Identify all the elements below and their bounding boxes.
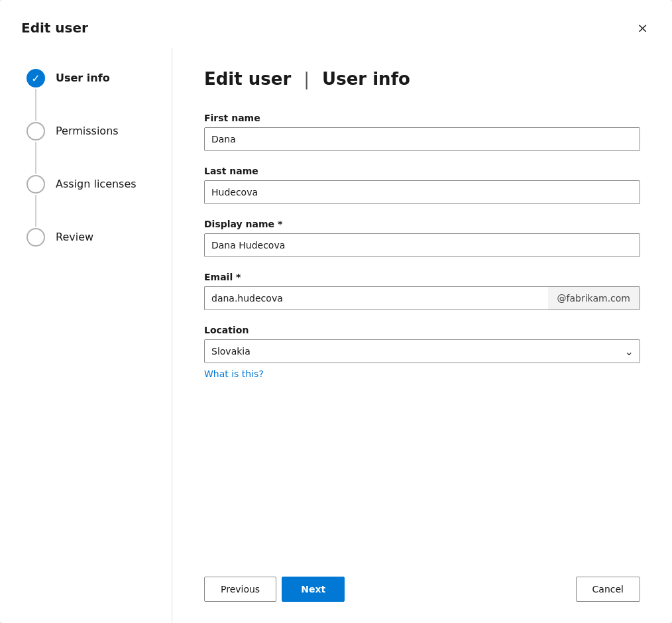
location-select-wrapper: Slovakia Czech Republic United States Ge… [204,339,640,363]
step-label-permissions: Permissions [56,125,119,137]
section-title-edit: Edit user [204,69,291,89]
last-name-input[interactable] [204,180,640,204]
edit-user-dialog: Edit user × ✓ User info [0,0,672,623]
first-name-input[interactable] [204,127,640,151]
what-is-this-link[interactable]: What is this? [204,368,264,379]
step-label-review: Review [56,231,93,243]
first-name-label: First name [204,113,640,123]
step-label-assign-licenses: Assign licenses [56,178,137,190]
email-label: Email * [204,272,640,282]
step-user-info[interactable]: ✓ User info [27,69,156,122]
step-line-1 [35,89,36,121]
step-line-2 [35,142,36,174]
email-input-group: @fabrikam.com [204,286,640,310]
step-circle-permissions [27,122,45,141]
section-title-sub: User info [322,69,410,89]
section-title: Edit user | User info [204,69,640,89]
email-group: Email * @fabrikam.com [204,272,640,310]
location-select[interactable]: Slovakia Czech Republic United States Ge… [204,339,640,363]
location-group: Location Slovakia Czech Republic United … [204,325,640,380]
email-input[interactable] [204,286,548,310]
checkmark-icon: ✓ [31,72,40,85]
step-line-3 [35,195,36,227]
step-circle-user-info: ✓ [27,69,45,87]
step-assign-licenses[interactable]: Assign licenses [27,175,156,228]
step-review[interactable]: Review [27,228,156,247]
next-button[interactable]: Next [282,577,345,602]
main-content: Edit user | User info First name Last na… [172,48,672,623]
dialog-body: ✓ User info Permissions [0,48,672,623]
close-button[interactable]: × [634,19,651,37]
step-circle-assign-licenses [27,175,45,194]
email-domain: @fabrikam.com [548,286,640,310]
display-name-label: Display name * [204,219,640,229]
step-circle-review [27,228,45,247]
dialog-title: Edit user [21,20,88,36]
form-actions: Previous Next Cancel [204,550,640,602]
last-name-group: Last name [204,166,640,204]
display-name-input[interactable] [204,233,640,257]
dialog-header: Edit user × [0,0,672,48]
location-label: Location [204,325,640,335]
previous-button[interactable]: Previous [204,577,276,602]
first-name-group: First name [204,113,640,151]
stepper-sidebar: ✓ User info Permissions [0,48,172,623]
title-separator: | [304,69,309,89]
cancel-button[interactable]: Cancel [576,577,640,602]
step-permissions[interactable]: Permissions [27,122,156,175]
step-label-user-info: User info [56,72,110,84]
display-name-group: Display name * [204,219,640,257]
last-name-label: Last name [204,166,640,176]
